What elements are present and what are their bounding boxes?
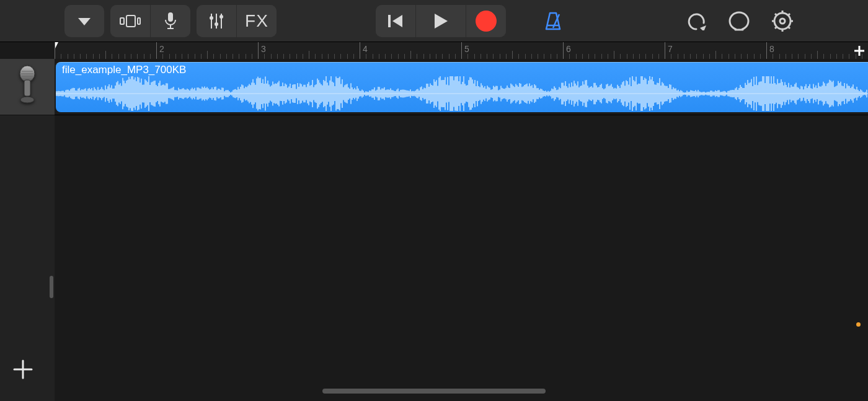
svg-line-29 <box>775 14 777 15</box>
record-button[interactable] <box>466 5 506 37</box>
play-icon <box>433 12 449 30</box>
svg-point-39 <box>20 97 34 103</box>
settings-button[interactable] <box>764 5 801 37</box>
svg-rect-13 <box>388 15 391 27</box>
loop-button[interactable] <box>720 5 758 37</box>
svg-point-16 <box>476 11 497 32</box>
view-menu-button[interactable] <box>64 5 104 37</box>
fx-label: FX <box>245 11 268 31</box>
undo-icon <box>685 12 706 30</box>
metronome-icon <box>542 11 564 32</box>
svg-rect-1 <box>120 18 124 24</box>
loop-icon <box>728 10 750 32</box>
horizontal-scrollbar[interactable] <box>322 389 546 394</box>
svg-marker-19 <box>700 25 706 30</box>
add-section-button[interactable] <box>853 43 866 60</box>
record-icon <box>475 10 497 32</box>
play-button[interactable] <box>415 5 466 37</box>
svg-line-32 <box>775 27 777 29</box>
notification-dot <box>856 322 861 327</box>
svg-marker-0 <box>78 18 91 25</box>
tracks-area: file_example_MP3_700KB <box>0 59 868 401</box>
microphone-button[interactable] <box>150 5 190 37</box>
audio-clip[interactable]: file_example_MP3_700KB <box>56 62 868 112</box>
microphone-icon <box>16 65 39 108</box>
svg-line-30 <box>788 27 790 29</box>
svg-rect-38 <box>24 80 30 96</box>
track-header[interactable] <box>0 59 55 115</box>
svg-line-31 <box>788 14 790 15</box>
svg-rect-4 <box>168 12 173 22</box>
clip-name-label: file_example_MP3_700KB <box>62 64 186 76</box>
undo-button[interactable] <box>677 5 714 37</box>
svg-point-10 <box>210 16 213 20</box>
track-view-button[interactable] <box>110 5 150 37</box>
mixer-button[interactable] <box>197 5 236 37</box>
toolbar: FX <box>0 0 868 42</box>
microphone-icon <box>164 12 177 30</box>
track-lane[interactable]: file_example_MP3_700KB <box>55 59 868 115</box>
svg-point-20 <box>730 12 748 30</box>
sliders-icon <box>208 12 225 30</box>
fx-button[interactable]: FX <box>236 5 277 37</box>
svg-marker-15 <box>435 14 448 29</box>
gear-icon <box>771 9 794 33</box>
waveform <box>56 76 868 111</box>
timeline-ruler[interactable]: 2345678 <box>55 42 868 60</box>
svg-marker-14 <box>392 15 402 27</box>
rewind-button[interactable] <box>376 5 415 37</box>
svg-rect-3 <box>138 18 140 24</box>
skip-start-icon <box>386 13 405 29</box>
plus-icon <box>853 45 866 57</box>
svg-rect-2 <box>126 15 135 27</box>
metronome-button[interactable] <box>534 5 572 37</box>
track-view-icon <box>120 14 141 28</box>
svg-point-12 <box>219 15 223 19</box>
svg-point-24 <box>780 19 785 24</box>
svg-point-11 <box>215 22 218 26</box>
